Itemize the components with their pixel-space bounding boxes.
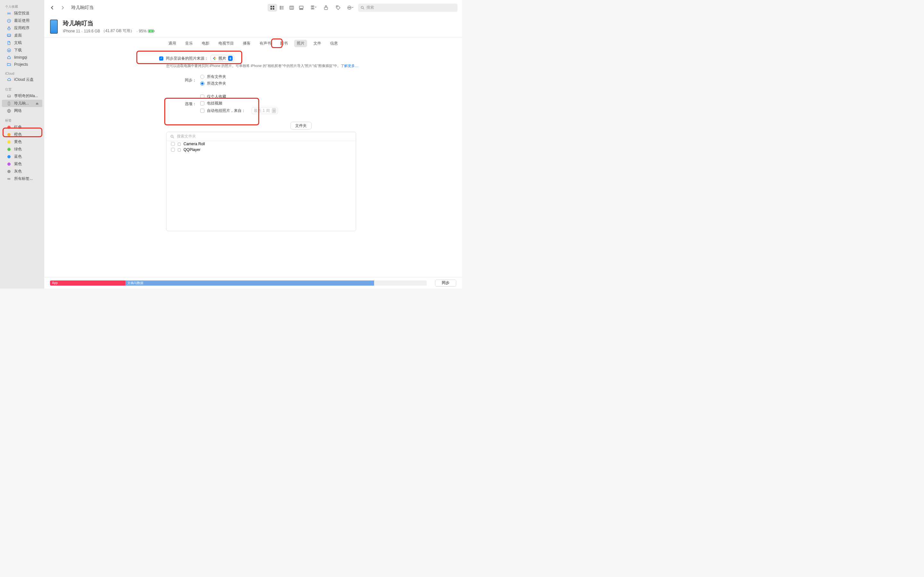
view-icon-button[interactable] [268, 4, 277, 11]
auto-period-value: 最近 1 周 [254, 108, 270, 113]
battery-icon [148, 29, 155, 33]
tab-图书[interactable]: 图书 [278, 40, 290, 47]
source-popup[interactable]: 照片 [211, 55, 234, 61]
sidebar-label: Projects [14, 62, 28, 67]
sidebar-tag-purple[interactable]: 紫色 [0, 160, 44, 168]
tag-dot-icon [7, 133, 11, 136]
sidebar-item-airdrop[interactable]: 隔空投送 [0, 10, 44, 17]
sidebar-label: limingqi [14, 55, 27, 60]
sidebar-tag-blue[interactable]: 蓝色 [0, 153, 44, 160]
svg-rect-11 [270, 8, 272, 10]
sidebar-label: 隔空投送 [14, 11, 29, 16]
tab-照片[interactable]: 照片 [294, 40, 307, 47]
sidebar-tag-orange[interactable]: 橙色 [0, 131, 44, 138]
tab-有声书[interactable]: 有声书 [257, 40, 274, 47]
storage-segment: App [50, 280, 126, 285]
include-videos-label: 包括视频 [207, 101, 222, 106]
svg-point-13 [280, 6, 281, 7]
tab-播客[interactable]: 播客 [240, 40, 253, 47]
sidebar-item-downloads[interactable]: 下载 [0, 47, 44, 54]
search-placeholder: 搜索 [367, 5, 374, 10]
sidebar-label: 网络 [14, 108, 22, 113]
sidebar-label: 蓝色 [14, 154, 22, 159]
folder-checkbox[interactable] [171, 148, 175, 152]
sidebar-item-documents[interactable]: 文稿 [0, 39, 44, 47]
svg-rect-24 [313, 8, 314, 9]
sync-selected-radio[interactable] [200, 81, 204, 85]
sidebar-tag-red[interactable]: 红色 [0, 123, 44, 131]
sync-all-radio[interactable] [200, 75, 204, 79]
view-column-button[interactable] [287, 4, 296, 11]
sidebar-item-mac[interactable]: 李明奇的Ma... [0, 92, 44, 100]
sidebar-item-icloud-drive[interactable]: iCloud 云盘 [0, 76, 44, 83]
sync-button[interactable]: 同步 [435, 279, 456, 287]
sidebar-header-tags: 标签 [0, 116, 44, 123]
svg-rect-21 [311, 6, 312, 7]
photos-app-icon [213, 56, 216, 60]
svg-rect-12 [273, 8, 274, 10]
svg-point-37 [214, 59, 215, 60]
tag-dot-icon [7, 170, 11, 173]
sidebar-item-projects[interactable]: Projects [0, 61, 44, 68]
sidebar-tag-gray[interactable]: 灰色 [0, 168, 44, 175]
sidebar-label: 桌面 [14, 33, 22, 38]
tab-电影[interactable]: 电影 [199, 40, 212, 47]
toolbar: 玲儿响叮当 搜索 [44, 0, 462, 15]
svg-point-26 [337, 6, 338, 7]
sync-photos-checkbox[interactable] [159, 56, 163, 61]
tab-信息[interactable]: 信息 [328, 40, 341, 47]
svg-point-14 [280, 7, 281, 8]
svg-rect-19 [301, 9, 302, 10]
svg-point-15 [280, 9, 281, 9]
sidebar-item-home[interactable]: limingqi [0, 54, 44, 61]
sidebar-item-network[interactable]: 网络 [0, 107, 44, 114]
back-button[interactable] [49, 4, 56, 11]
search-icon [170, 135, 174, 139]
share-button[interactable] [321, 4, 330, 11]
search-input[interactable]: 搜索 [358, 3, 457, 12]
svg-rect-9 [270, 6, 272, 7]
auto-include-checkbox[interactable] [200, 109, 204, 113]
sidebar-item-applications[interactable]: 应用程序 [0, 24, 44, 32]
svg-rect-16 [290, 6, 294, 9]
sidebar-tag-yellow[interactable]: 黄色 [0, 138, 44, 145]
folders-segment-control[interactable]: 文件夹 [291, 122, 311, 129]
sidebar-label: 灰色 [14, 169, 22, 174]
sidebar-label: 应用程序 [14, 25, 29, 31]
eject-icon[interactable]: ⏏ [36, 102, 39, 105]
sidebar-label: 橙色 [14, 132, 22, 137]
folder-row[interactable]: ▢Camera Roll [166, 141, 356, 147]
tab-通用[interactable]: 通用 [166, 40, 179, 47]
folders-segment: 文件夹 [291, 122, 311, 129]
tag-button[interactable] [334, 4, 342, 11]
sidebar-item-recents[interactable]: 最近使用 [0, 17, 44, 24]
tab-电视节目[interactable]: 电视节目 [216, 40, 236, 47]
folder-search[interactable]: 搜索文件夹 [166, 132, 356, 141]
sidebar-item-iphone[interactable]: 玲儿响...⏏ [2, 100, 42, 107]
auto-include-label: 自动包括照片，来自： [207, 108, 246, 113]
view-gallery-button[interactable] [296, 4, 306, 11]
folder-icon: ▢ [178, 147, 181, 152]
tab-音乐[interactable]: 音乐 [183, 40, 195, 47]
action-button[interactable] [346, 4, 355, 11]
svg-rect-17 [299, 6, 303, 8]
learn-more-link[interactable]: 了解更多… [341, 64, 359, 68]
sidebar-item-desktop[interactable]: 桌面 [0, 32, 44, 39]
folder-checkbox[interactable] [171, 142, 175, 146]
sidebar: 个人收藏 隔空投送 最近使用 应用程序 桌面 文稿 下载 limingqi Pr… [0, 0, 44, 288]
forward-button[interactable] [59, 4, 66, 11]
group-button[interactable] [309, 4, 318, 11]
tag-dot-icon [7, 163, 11, 166]
sidebar-all-tags[interactable]: 所有标签... [0, 175, 44, 182]
apps-icon [6, 26, 11, 31]
folder-row[interactable]: ▢QQPlayer [166, 147, 356, 153]
favorites-only-checkbox[interactable] [200, 95, 204, 99]
sidebar-tag-green[interactable]: 绿色 [0, 145, 44, 153]
view-list-button[interactable] [277, 4, 287, 11]
folder-list[interactable]: ▢Camera Roll ▢QQPlayer [166, 141, 356, 231]
tab-文件[interactable]: 文件 [311, 40, 324, 47]
document-icon [6, 40, 11, 45]
include-videos-checkbox[interactable] [200, 101, 204, 105]
clock-icon [6, 18, 11, 23]
svg-rect-33 [154, 31, 155, 32]
